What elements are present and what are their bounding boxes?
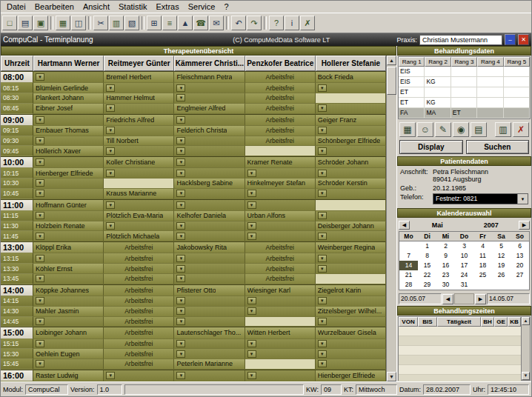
- dropdown-icon[interactable]: ▼: [176, 265, 185, 273]
- dropdown-icon[interactable]: ▼: [106, 104, 115, 112]
- column-header-therapist[interactable]: Hollerer Stefanie: [316, 56, 386, 71]
- appointment-cell[interactable]: ▼: [245, 168, 316, 179]
- new-treatment-button[interactable]: ▤: [471, 122, 487, 137]
- calendar-day[interactable]: 21: [399, 270, 418, 280]
- appointment-cell[interactable]: ▼: [316, 264, 386, 274]
- calendar-day[interactable]: 5: [492, 241, 511, 251]
- dropdown-icon[interactable]: ▼: [247, 233, 256, 240]
- appointment-cell[interactable]: Holzbein Renate: [33, 221, 104, 232]
- appointment-cell[interactable]: Arbeitsfrei: [104, 241, 174, 253]
- print-button[interactable]: ▦: [56, 16, 70, 30]
- dropdown-icon[interactable]: ▼: [36, 73, 44, 81]
- calendar-button[interactable]: ⊞: [147, 16, 162, 30]
- redo-button[interactable]: ↷: [247, 16, 262, 30]
- appointment-cell[interactable]: ▼: [33, 114, 104, 126]
- zeiten-scroll-track[interactable]: [522, 325, 530, 372]
- appointment-cell[interactable]: ▼: [33, 189, 104, 199]
- undo-button[interactable]: ↶: [231, 16, 246, 30]
- zeiten-scroll-up-button[interactable]: ▲: [522, 317, 530, 325]
- appointment-cell[interactable]: ▼: [104, 199, 174, 211]
- dropdown-icon[interactable]: ▼: [36, 190, 44, 197]
- calendar-day[interactable]: 7: [399, 251, 418, 261]
- appointment-cell[interactable]: ▼: [245, 231, 316, 241]
- appointment-cell[interactable]: Mahler Jasmin: [33, 307, 104, 317]
- rang-cell[interactable]: [504, 67, 530, 77]
- calendar-day[interactable]: 27: [511, 270, 529, 280]
- appointment-cell[interactable]: Felderich Christa: [174, 126, 245, 136]
- appointment-cell[interactable]: Arbeitsfrei: [245, 264, 316, 274]
- dropdown-icon[interactable]: ▼: [36, 275, 44, 282]
- appointment-cell[interactable]: ▼: [104, 126, 174, 136]
- edit-treatment-button[interactable]: ✎: [435, 122, 451, 137]
- dropdown-icon[interactable]: ▼: [176, 147, 185, 155]
- appointment-cell[interactable]: ▼: [33, 156, 104, 168]
- appointment-cell[interactable]: ▼: [33, 339, 104, 350]
- appointment-cell[interactable]: Oehlein Eugen: [33, 349, 104, 359]
- calendar-day[interactable]: 9: [436, 251, 455, 261]
- calendar-day[interactable]: 16: [436, 261, 455, 270]
- dropdown-icon[interactable]: ▼: [176, 170, 185, 177]
- rang-cell[interactable]: [504, 77, 530, 87]
- dropdown-icon[interactable]: ▼: [247, 190, 256, 197]
- appointment-cell[interactable]: Schönberger Elfriede: [316, 136, 386, 147]
- calendar-day[interactable]: 25: [473, 270, 492, 280]
- appointment-cell[interactable]: Arbeitsfrei: [104, 349, 174, 359]
- calendar-day[interactable]: 14: [399, 261, 418, 270]
- zeiten-scroll-down-button[interactable]: ▼: [522, 372, 530, 380]
- appointment-cell[interactable]: Arbeitsfrei: [245, 253, 316, 264]
- dropdown-icon[interactable]: ▼: [176, 84, 185, 92]
- appointment-cell[interactable]: ▼: [174, 339, 245, 350]
- appointment-cell[interactable]: Arbeitsfrei: [104, 327, 174, 338]
- appointment-cell[interactable]: [104, 179, 174, 189]
- range-end-field[interactable]: 14.05.07: [487, 293, 530, 304]
- calendar-day[interactable]: 23: [436, 270, 455, 280]
- phone-button[interactable]: ☎: [193, 16, 208, 30]
- rang-cell[interactable]: [477, 77, 503, 87]
- print-list-button[interactable]: ▥: [495, 122, 511, 137]
- calendar-day[interactable]: 30: [436, 280, 455, 290]
- dropdown-icon[interactable]: ▼: [36, 360, 44, 367]
- scroll-up-button[interactable]: ▲: [387, 56, 396, 65]
- calendar-day[interactable]: 3: [455, 241, 473, 251]
- appointment-cell[interactable]: Witten Herbert: [245, 327, 316, 338]
- rang-cell[interactable]: [451, 67, 477, 77]
- appointment-cell[interactable]: Zitzelsberger Wilhel...: [316, 307, 386, 317]
- dropdown-icon[interactable]: ▼: [176, 307, 185, 315]
- calendar-day[interactable]: 13: [511, 251, 529, 261]
- calendar-day[interactable]: 2: [436, 241, 455, 251]
- appointment-cell[interactable]: Lautenschlager Tho...: [174, 327, 245, 338]
- dropdown-icon[interactable]: ▼: [36, 159, 44, 166]
- dropdown-icon[interactable]: ▼: [106, 170, 115, 177]
- appointment-cell[interactable]: Arbeitsfrei: [104, 339, 174, 350]
- appointment-cell[interactable]: ▼: [174, 231, 245, 241]
- menu-bearbeiten[interactable]: Bearbeiten: [30, 1, 79, 12]
- dropdown-icon[interactable]: ▼: [176, 350, 185, 358]
- calendar-day[interactable]: 31: [455, 280, 473, 290]
- appointment-cell[interactable]: ▼: [174, 370, 245, 381]
- chevron-down-icon[interactable]: ▼: [517, 194, 528, 204]
- appointment-cell[interactable]: ▼: [33, 179, 104, 189]
- appointment-cell[interactable]: Deisberger Johann: [316, 221, 386, 232]
- dropdown-icon[interactable]: ▼: [247, 372, 256, 379]
- appointment-cell[interactable]: [316, 199, 386, 211]
- column-header-time[interactable]: Uhrzeit: [1, 56, 33, 71]
- range-prev-button[interactable]: ◀: [442, 294, 453, 304]
- view-treatment-button[interactable]: ◉: [453, 122, 469, 137]
- dropdown-icon[interactable]: ▼: [36, 318, 44, 325]
- appointment-cell[interactable]: ▼: [33, 359, 104, 370]
- appointment-cell[interactable]: Urban Alfons: [245, 211, 316, 221]
- appointment-cell[interactable]: Arbeitsfrei: [245, 93, 316, 104]
- appointment-cell[interactable]: Weinberger Regina: [316, 241, 386, 253]
- appointment-cell[interactable]: Arbeitsfrei: [245, 126, 316, 136]
- appointment-cell[interactable]: Ernbauer Thomas: [33, 126, 104, 136]
- open-folder-button[interactable]: ▤: [18, 16, 33, 30]
- appointment-cell[interactable]: Kramer Renate: [245, 156, 316, 168]
- menu-datei[interactable]: Datei: [2, 1, 30, 12]
- mail-button[interactable]: ✉: [209, 16, 224, 30]
- zeiten-row[interactable]: [399, 365, 521, 375]
- calendar-day[interactable]: 6: [511, 241, 529, 251]
- rang-cell[interactable]: MA: [425, 108, 450, 119]
- appointment-cell[interactable]: ▼: [174, 146, 245, 156]
- appointment-cell[interactable]: ▼: [104, 104, 174, 114]
- rang-cell[interactable]: [477, 87, 503, 98]
